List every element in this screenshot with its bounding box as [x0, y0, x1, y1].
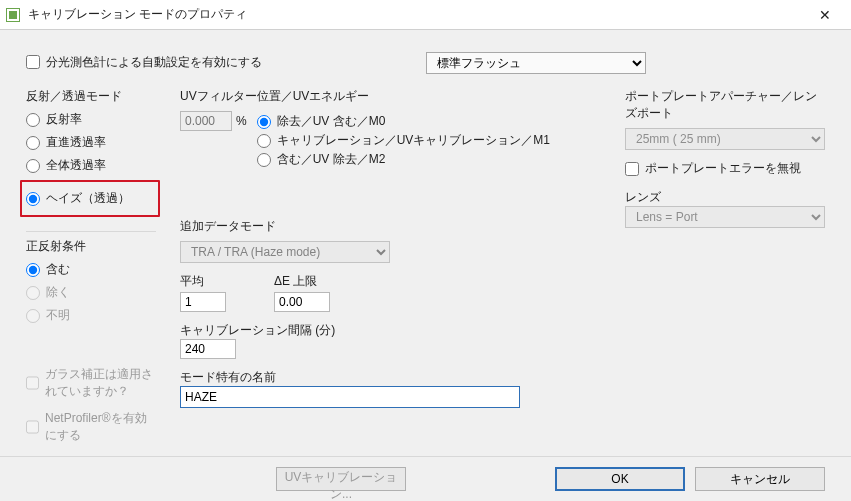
lens-label: レンズ	[625, 189, 825, 206]
cancel-button[interactable]: キャンセル	[695, 467, 825, 491]
auto-set-checkbox[interactable]: 分光測色計による自動設定を有効にする	[26, 54, 262, 71]
ok-button[interactable]: OK	[555, 467, 685, 491]
interval-label: キャリブレーション間隔 (分)	[180, 322, 601, 339]
uv-filter-label: UVフィルター位置／UVエネルギー	[180, 88, 601, 105]
uv-opt-0[interactable]: 除去／UV 含む／M0	[257, 113, 601, 130]
mode-name-label: モード特有の名前	[180, 369, 601, 386]
de-limit-label: ΔE 上限	[274, 273, 330, 290]
mode-direct-trans[interactable]: 直進透過率	[26, 134, 156, 151]
titlebar: キャリブレーション モードのプロパティ ✕	[0, 0, 851, 30]
interval-input[interactable]	[180, 339, 236, 359]
specular-group-label: 正反射条件	[26, 238, 156, 255]
mode-haze[interactable]: ヘイズ（透過）	[26, 190, 154, 207]
uv-opt-2[interactable]: 含む／UV 除去／M2	[257, 151, 601, 168]
avg-input[interactable]	[180, 292, 226, 312]
mode-total-trans[interactable]: 全体透過率	[26, 157, 156, 174]
mode-reflectance[interactable]: 反射率	[26, 111, 156, 128]
de-limit-input[interactable]	[274, 292, 330, 312]
app-icon	[6, 8, 20, 22]
auto-set-label: 分光測色計による自動設定を有効にする	[46, 54, 262, 71]
window-title: キャリブレーション モードのプロパティ	[28, 6, 805, 23]
specular-included[interactable]: 含む	[26, 261, 156, 278]
extra-mode-label: 追加データモード	[180, 218, 601, 235]
mode-name-input[interactable]	[180, 386, 520, 408]
flash-select[interactable]: 標準フラッシュ	[426, 52, 646, 74]
port-ignore-error-checkbox[interactable]: ポートプレートエラーを無視	[625, 160, 801, 177]
netprofiler-checkbox: NetProfiler®を有効にする	[26, 410, 156, 444]
mode-group-label: 反射／透過モード	[26, 88, 156, 105]
uv-calibration-button: UVキャリブレーション...	[276, 467, 406, 491]
uv-unit: %	[236, 114, 247, 128]
specular-excluded: 除く	[26, 284, 156, 301]
avg-label: 平均	[180, 273, 226, 290]
close-icon[interactable]: ✕	[805, 1, 845, 29]
footer: UVキャリブレーション... OK キャンセル	[0, 456, 851, 491]
port-select: 25mm ( 25 mm)	[625, 128, 825, 150]
uv-opt-1[interactable]: キャリブレーション／UVキャリブレーション／M1	[257, 132, 601, 149]
lens-select: Lens = Port	[625, 206, 825, 228]
glass-checkbox: ガラス補正は適用されていますか？	[26, 366, 156, 400]
dialog-body: 分光測色計による自動設定を有効にする 標準フラッシュ 反射／透過モード 反射率 …	[0, 30, 851, 501]
uv-value-input	[180, 111, 232, 131]
specular-unknown: 不明	[26, 307, 156, 324]
extra-mode-select: TRA / TRA (Haze mode)	[180, 241, 390, 263]
auto-set-input[interactable]	[26, 55, 40, 69]
port-label: ポートプレートアパーチャー／レンズポート	[625, 88, 825, 122]
